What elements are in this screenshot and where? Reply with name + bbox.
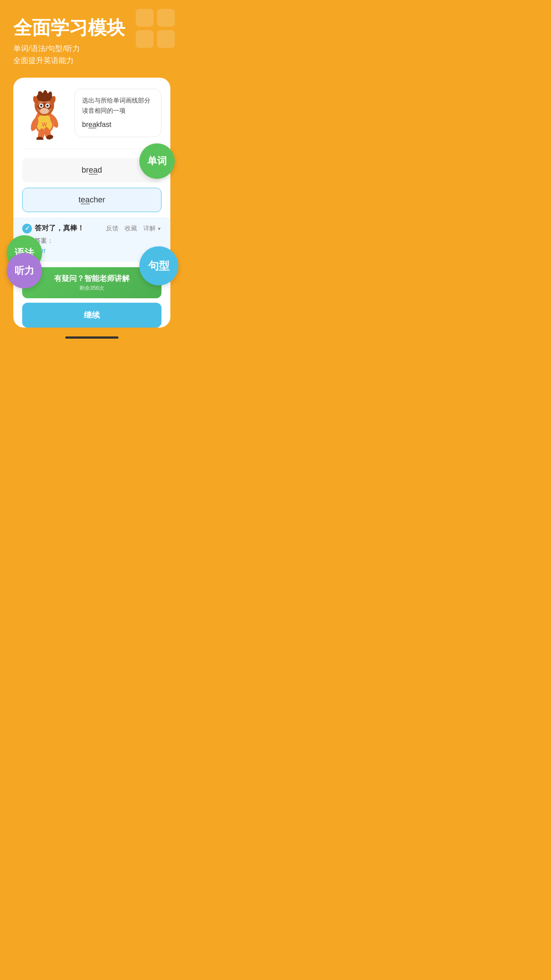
answer-value: teacher xyxy=(22,247,161,255)
answer-option-2[interactable]: teacher xyxy=(22,188,161,212)
correct-text: 答对了，真棒！ xyxy=(35,224,84,233)
collect-btn[interactable]: 收藏 xyxy=(125,225,137,233)
svg-point-14 xyxy=(40,108,49,114)
ai-teacher-sub-text: 剩余356次 xyxy=(31,285,153,292)
feedback-actions: 反馈 收藏 详解 xyxy=(106,225,161,233)
answer-label: 正确答案： xyxy=(22,237,161,245)
feedback-row: ✓ 答对了，真棒！ 反馈 收藏 详解 xyxy=(22,224,161,233)
main-card: 单词 语法 句型 听力 W xyxy=(13,78,170,328)
card-top: W xyxy=(13,78,170,149)
svg-point-13 xyxy=(47,104,49,107)
deco-sq-4 xyxy=(157,30,175,48)
deco-sq-3 xyxy=(136,30,153,48)
detail-btn[interactable]: 详解 xyxy=(143,225,161,233)
option2-underline: ea xyxy=(81,195,90,204)
feedback-correct-label: ✓ 答对了，真棒！ xyxy=(22,224,84,233)
question-instruction: 选出与所给单词画线部分读音相同的一项 xyxy=(82,95,154,117)
continue-label: 继续 xyxy=(84,311,100,320)
question-bubble: 选出与所给单词画线部分读音相同的一项 breakfast xyxy=(75,89,161,137)
svg-text:W: W xyxy=(42,122,47,128)
svg-point-7 xyxy=(43,90,47,98)
question-underline: ea xyxy=(88,121,96,128)
question-word: breakfast xyxy=(82,119,154,130)
badge-sentence: 句型 xyxy=(139,246,178,285)
badge-vocabulary: 单词 xyxy=(139,143,175,179)
continue-button[interactable]: 继续 xyxy=(22,303,161,328)
feedback-btn[interactable]: 反馈 xyxy=(106,225,118,233)
deco-sq-2 xyxy=(157,9,175,27)
badge-listening: 听力 xyxy=(7,253,42,288)
home-indicator xyxy=(65,336,118,339)
subtitle-line2: 全面提升英语能力 xyxy=(13,55,170,67)
ai-teacher-main-text: 有疑问？智能老师讲解 xyxy=(31,273,153,284)
decorative-squares xyxy=(136,9,175,48)
page-wrapper: 全面学习模块 单词/语法/句型/听力 全面提升英语能力 单词 语法 句型 听力 xyxy=(0,0,184,355)
mascot-icon: W xyxy=(22,82,67,140)
option1-underline: ea xyxy=(89,166,98,174)
svg-point-12 xyxy=(40,104,43,107)
mascot-container: W xyxy=(22,82,71,142)
deco-sq-1 xyxy=(136,9,153,27)
check-icon: ✓ xyxy=(22,224,32,233)
